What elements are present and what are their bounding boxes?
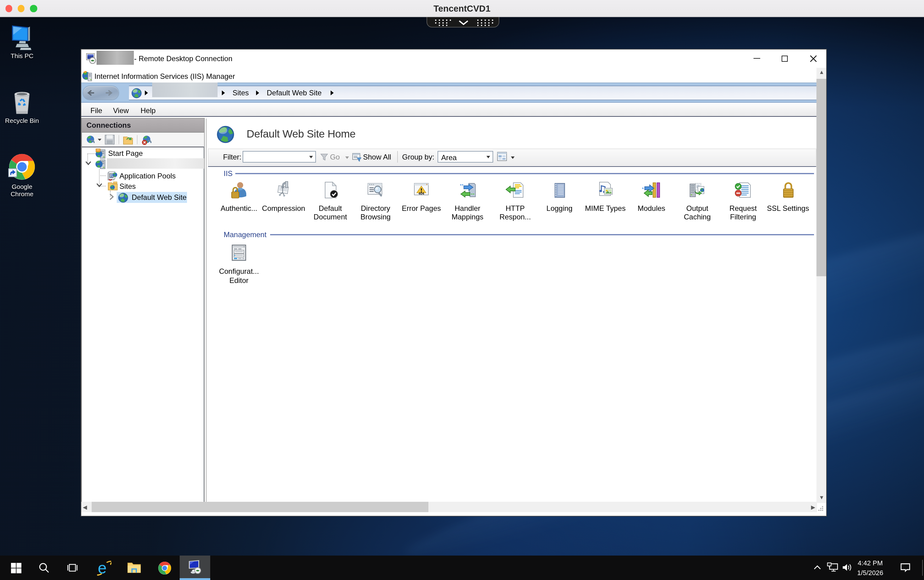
- svg-text:404: 404: [418, 191, 424, 195]
- svg-text:e: e: [97, 560, 106, 576]
